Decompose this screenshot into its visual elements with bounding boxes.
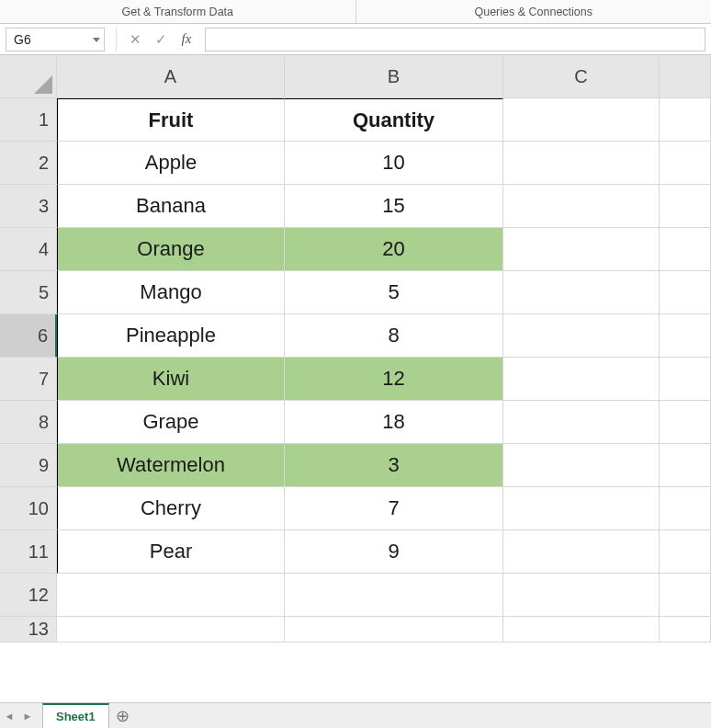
cell-A1[interactable]: Fruit [57,98,285,142]
chevron-down-icon[interactable] [93,38,100,42]
cell-C9[interactable] [503,444,660,487]
cell-extra-3[interactable] [660,185,711,228]
cell-extra-13[interactable] [660,617,711,643]
insert-function-button[interactable]: fx [174,28,199,51]
cell-B4[interactable]: 20 [285,228,503,271]
cell-B1[interactable]: Quantity [285,98,503,142]
row-header-3[interactable]: 3 [0,185,57,228]
cell-extra-6[interactable] [660,314,711,358]
cell-B3[interactable]: 15 [285,185,503,228]
row-header-2[interactable]: 2 [0,142,57,185]
cell-extra-8[interactable] [660,401,711,444]
cell-B8[interactable]: 18 [285,401,503,444]
column-header-A[interactable]: A [57,55,285,98]
cell-A10[interactable]: Cherry [57,487,285,530]
cell-extra-7[interactable] [660,358,711,401]
check-icon: ✓ [155,31,167,48]
cell-A12[interactable] [57,574,285,617]
cell-A6[interactable]: Pineapple [57,314,285,358]
formula-input[interactable] [205,28,705,51]
row-header-1[interactable]: 1 [0,98,57,142]
cell-extra-9[interactable] [660,444,711,487]
add-sheet-button[interactable]: ⊕ [109,703,137,728]
column-header-C[interactable]: C [503,55,660,98]
cell-A13[interactable] [57,617,285,643]
cell-A2[interactable]: Apple [57,142,285,185]
ribbon-group-data[interactable]: Get & Transform Data [0,0,356,23]
column-header-B[interactable]: B [285,55,503,98]
cell-extra-1[interactable] [660,98,711,142]
name-box-value: G6 [14,32,31,47]
row-header-9[interactable]: 9 [0,444,57,487]
close-icon: ✕ [130,31,141,48]
cell-C12[interactable] [503,574,660,617]
cell-A3[interactable]: Banana [57,185,285,228]
cell-A9[interactable]: Watermelon [57,444,285,487]
row-header-7[interactable]: 7 [0,358,57,401]
cell-B7[interactable]: 12 [285,358,503,401]
separator [116,28,117,51]
cell-C11[interactable] [503,530,660,574]
cell-B12[interactable] [285,574,503,617]
cell-A7[interactable]: Kiwi [57,358,285,401]
row-header-8[interactable]: 8 [0,401,57,444]
name-box[interactable]: G6 [6,28,105,51]
formula-bar: G6 ✕ ✓ fx [0,24,711,55]
cell-B5[interactable]: 5 [285,271,503,314]
tab-nav-prev[interactable]: ◄ [0,703,18,728]
cell-extra-2[interactable] [660,142,711,185]
row-header-5[interactable]: 5 [0,271,57,314]
cell-C8[interactable] [503,401,660,444]
cell-extra-4[interactable] [660,228,711,271]
row-header-6[interactable]: 6 [0,314,57,358]
cell-A11[interactable]: Pear [57,530,285,574]
sheet-tab-active[interactable]: Sheet1 [42,703,109,728]
ribbon-group-queries[interactable]: Queries & Connections [356,0,712,23]
row-header-13[interactable]: 13 [0,617,57,643]
cell-B11[interactable]: 9 [285,530,503,574]
cell-C4[interactable] [503,228,660,271]
select-all-corner[interactable] [0,55,57,98]
row-header-4[interactable]: 4 [0,228,57,271]
cell-C13[interactable] [503,617,660,643]
cell-B9[interactable]: 3 [285,444,503,487]
cell-A4[interactable]: Orange [57,228,285,271]
cell-C7[interactable] [503,358,660,401]
tab-nav-next[interactable]: ► [18,703,37,728]
cancel-button[interactable]: ✕ [122,28,148,51]
cell-extra-12[interactable] [660,574,711,617]
cell-extra-5[interactable] [660,271,711,314]
fx-icon: fx [182,31,192,47]
ribbon-group-labels: Get & Transform Data Queries & Connectio… [0,0,711,24]
cell-C2[interactable] [503,142,660,185]
cell-B6[interactable]: 8 [285,314,503,358]
cell-A5[interactable]: Mango [57,271,285,314]
cell-B2[interactable]: 10 [285,142,503,185]
cell-extra-10[interactable] [660,487,711,530]
cell-C3[interactable] [503,185,660,228]
cell-C6[interactable] [503,314,660,358]
sheet-tabs-bar: ◄ ► Sheet1 ⊕ [0,702,711,728]
row-header-10[interactable]: 10 [0,487,57,530]
cell-extra-11[interactable] [660,530,711,574]
cell-C5[interactable] [503,271,660,314]
cell-A8[interactable]: Grape [57,401,285,444]
cell-C10[interactable] [503,487,660,530]
enter-button[interactable]: ✓ [148,28,174,51]
spreadsheet-grid[interactable]: ABC1FruitQuantity2Apple103Banana154Orang… [0,55,711,702]
row-header-11[interactable]: 11 [0,530,57,574]
cell-B13[interactable] [285,617,503,643]
cell-B10[interactable]: 7 [285,487,503,530]
cell-C1[interactable] [503,98,660,142]
row-header-12[interactable]: 12 [0,574,57,617]
column-header-extra[interactable] [660,55,711,98]
